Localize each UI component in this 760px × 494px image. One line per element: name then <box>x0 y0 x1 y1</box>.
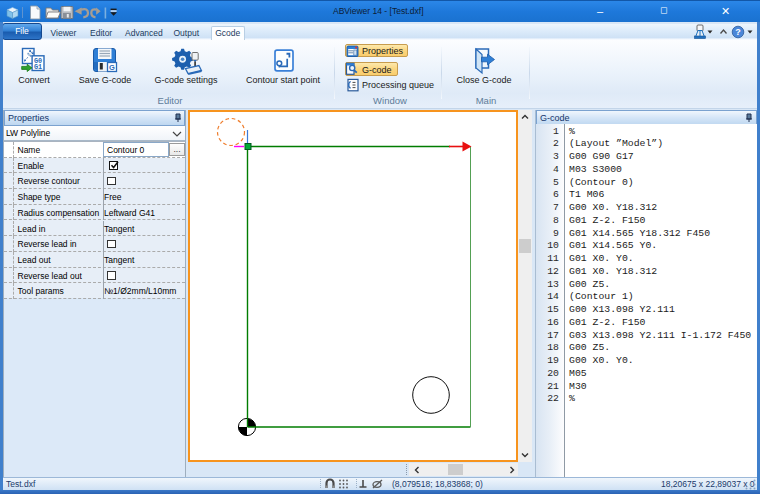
svg-text:G1: G1 <box>34 63 42 71</box>
svg-text:G: G <box>109 63 115 72</box>
svg-text:?: ? <box>735 27 741 37</box>
